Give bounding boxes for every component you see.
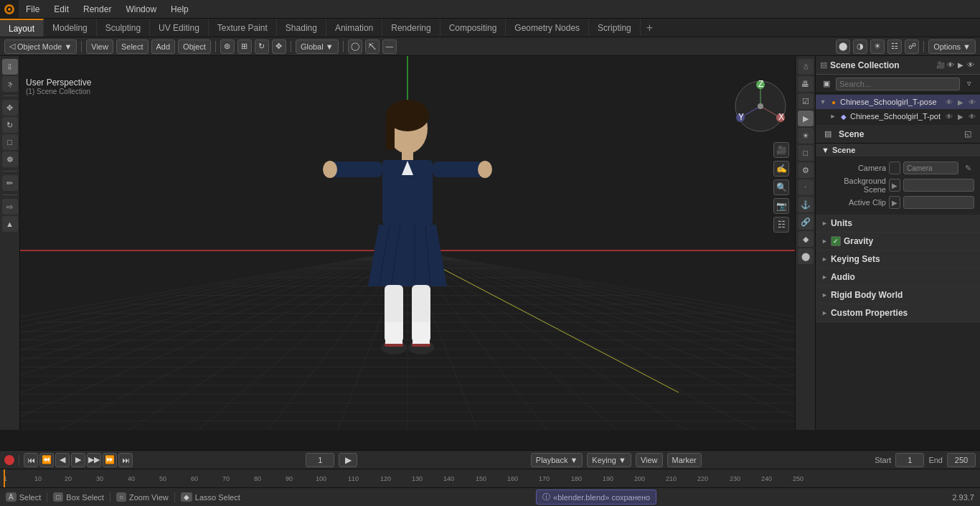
timeline-record-btn[interactable] xyxy=(4,455,14,465)
transform-space[interactable]: Global ▼ xyxy=(296,39,339,54)
prop-bg-scene-icon[interactable]: ▶ xyxy=(889,179,900,192)
prop-modifier-icon[interactable]: ⚙ xyxy=(798,162,814,178)
viewport-shading-solid[interactable]: ⬤ xyxy=(836,39,850,54)
frame-play-icon[interactable]: ▶ xyxy=(339,453,357,467)
prop-material-icon[interactable]: ⬤ xyxy=(798,248,814,264)
camera-lock-btn[interactable]: 📷 xyxy=(773,198,789,214)
outliner-item-1[interactable]: ► ◆ Chinese_Schoolgirl_T-pot 👁 ▶ 👁 xyxy=(816,109,980,123)
prop-view-layer-icon[interactable]: ☑ xyxy=(798,93,814,109)
move-view-btn[interactable]: ✍ xyxy=(773,161,789,177)
end-frame-input[interactable]: 250 xyxy=(947,453,976,467)
next-frame-btn[interactable]: ▶▶ xyxy=(87,453,101,467)
jump-forward-btn[interactable]: ⏩ xyxy=(103,453,117,467)
tab-layout[interactable]: Layout xyxy=(0,19,44,37)
tab-animation[interactable]: Animation xyxy=(326,19,382,37)
prop-physics-icon[interactable]: ⚓ xyxy=(798,197,814,212)
add-workspace-tab[interactable]: + xyxy=(641,19,659,37)
select-tool[interactable]: ⇩ xyxy=(2,59,18,75)
measure-tool[interactable]: ⇨ xyxy=(2,199,18,215)
menu-edit[interactable]: Edit xyxy=(47,0,76,18)
playback-btn[interactable]: Playback ▼ xyxy=(531,453,583,467)
keying-btn[interactable]: Keying ▼ xyxy=(587,453,631,467)
outliner-icon-hide[interactable]: 👁 xyxy=(966,60,976,70)
outliner-view-icon-0[interactable]: 👁 xyxy=(944,97,954,107)
tab-modeling[interactable]: Modeling xyxy=(44,19,97,37)
tab-uv-editing[interactable]: UV Editing xyxy=(150,19,209,37)
prop-constraints-icon[interactable]: 🔗 xyxy=(798,214,814,230)
tab-rendering[interactable]: Rendering xyxy=(382,19,440,37)
prop-particles-icon[interactable]: ⋅ xyxy=(798,179,814,195)
viewport-quad-btn[interactable]: ☷ xyxy=(773,217,789,233)
prev-frame-btn[interactable]: ◀ xyxy=(55,453,70,467)
outliner-icon-view[interactable]: 👁 xyxy=(946,60,956,70)
transform-tool[interactable]: ☸ xyxy=(2,151,18,167)
camera-view-btn[interactable]: 🎥 xyxy=(773,142,789,158)
outliner-search-input[interactable] xyxy=(836,78,960,90)
outliner-hide-icon-1[interactable]: 👁 xyxy=(967,111,977,121)
outliner-filter-icon[interactable]: ▿ xyxy=(963,78,976,90)
proportional-edit[interactable]: ⸻ xyxy=(382,39,397,54)
units-section-header[interactable]: ► Units xyxy=(816,215,980,232)
prop-nav-icon[interactable]: ▤ xyxy=(821,128,834,141)
add-menu[interactable]: Add xyxy=(151,39,176,54)
outliner-select-icon-1[interactable]: ▶ xyxy=(956,111,966,121)
xray-toggle[interactable]: ☍ xyxy=(905,39,919,54)
expand-arrow-1[interactable]: ► xyxy=(829,112,837,121)
tab-geometry-nodes[interactable]: Geometry Nodes xyxy=(506,19,589,37)
pivot-point[interactable]: ◯ xyxy=(348,39,362,54)
keying-sets-header[interactable]: ► Keying Sets xyxy=(816,250,980,268)
scale-tool[interactable]: ✥ xyxy=(272,39,286,54)
outliner-view-icon-1[interactable]: 👁 xyxy=(944,111,954,121)
zoom-view-btn[interactable]: 🔍 xyxy=(773,179,789,195)
prop-pin-icon[interactable]: ◱ xyxy=(961,128,974,141)
outliner-icon-select[interactable]: ▶ xyxy=(956,60,966,70)
timeline-ruler[interactable]: 1 10 20 30 40 50 60 70 80 90 100 110 120… xyxy=(0,469,980,488)
prop-active-clip-value[interactable] xyxy=(903,196,974,209)
audio-section-header[interactable]: ► Audio xyxy=(816,268,980,286)
prop-output-icon[interactable]: 🖶 xyxy=(798,76,814,92)
viewport-shading-material[interactable]: ◑ xyxy=(853,39,867,54)
jump-to-start-btn[interactable]: ⏮ xyxy=(24,453,38,467)
prop-active-clip-icon[interactable]: ▶ xyxy=(889,196,900,209)
prop-scene-icon[interactable]: ▶ xyxy=(798,111,814,126)
mode-select[interactable]: ◁ Object Mode ▼ xyxy=(4,39,77,54)
options-button[interactable]: Options ▼ xyxy=(928,39,976,54)
view-menu[interactable]: View xyxy=(86,39,113,54)
tab-sculpting[interactable]: Sculpting xyxy=(97,19,150,37)
gravity-section-header[interactable]: ► ✓ Gravity xyxy=(816,233,980,250)
move-tool[interactable]: ✥ xyxy=(2,100,18,116)
select-menu[interactable]: Select xyxy=(116,39,149,54)
custom-props-header[interactable]: ► Custom Properties xyxy=(816,304,980,322)
jump-to-end-btn[interactable]: ⏭ xyxy=(118,453,133,467)
menu-window[interactable]: Window xyxy=(118,0,164,18)
prop-camera-pen[interactable]: ✎ xyxy=(961,161,974,174)
add-cube-tool[interactable]: ▲ xyxy=(2,216,18,232)
marker-btn[interactable]: Marker xyxy=(667,453,702,467)
cursor-tool[interactable]: ⸖ xyxy=(2,76,18,92)
current-frame-input[interactable]: 1 xyxy=(306,453,334,467)
outliner-icon-camera[interactable]: 🎥 xyxy=(936,60,946,70)
prop-background-scene-value[interactable] xyxy=(903,179,974,192)
prop-camera-color[interactable] xyxy=(889,161,900,174)
gravity-checkbox[interactable]: ✓ xyxy=(831,236,841,246)
menu-render[interactable]: Render xyxy=(76,0,118,18)
object-menu[interactable]: Object xyxy=(178,39,211,54)
scale-tool[interactable]: □ xyxy=(2,134,18,150)
tab-scripting[interactable]: Scripting xyxy=(589,19,641,37)
outliner-hide-icon-0[interactable]: 👁 xyxy=(967,97,977,107)
rotate-tool[interactable]: ↻ xyxy=(2,117,18,133)
start-frame-input[interactable]: 1 xyxy=(895,453,924,467)
prop-world-icon[interactable]: ☀ xyxy=(798,128,814,144)
prop-render-icon[interactable]: ☃ xyxy=(798,59,814,75)
menu-file[interactable]: File xyxy=(19,0,47,18)
prop-object-icon[interactable]: □ xyxy=(798,145,814,161)
tab-texture-paint[interactable]: Texture Paint xyxy=(209,19,277,37)
viewport-overlays[interactable]: ☷ xyxy=(887,39,902,54)
cursor-tool[interactable]: ⊛ xyxy=(220,39,235,54)
viewport-shading-rendered[interactable]: ☀ xyxy=(870,39,885,54)
scene-section-header[interactable]: ▼ Scene xyxy=(816,144,980,157)
snap-toggle[interactable]: ⛏ xyxy=(365,39,380,54)
menu-help[interactable]: Help xyxy=(164,0,196,18)
rigid-body-header[interactable]: ► Rigid Body World xyxy=(816,286,980,304)
outliner-item-0[interactable]: ▼ ● Chinese_Schoolgirl_T-pose 👁 ▶ 👁 xyxy=(816,95,980,109)
